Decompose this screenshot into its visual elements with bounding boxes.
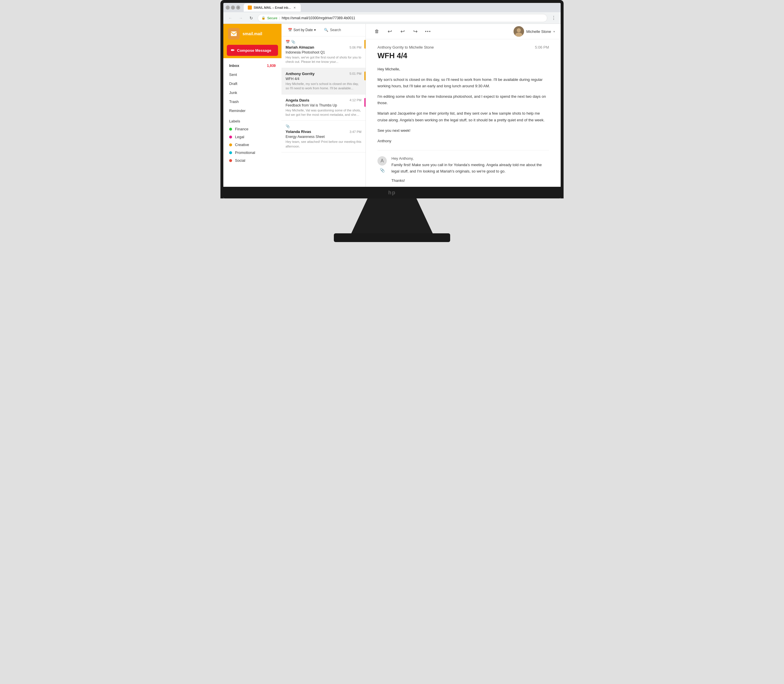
email-4-header: Yolanda Rivas 3:47 PM [286, 129, 361, 134]
email-4-subject: Energy Awareness Sheet [286, 135, 361, 139]
address-bar[interactable]: 🔒 Secure | https://smail.mail/10300/nrgd… [258, 14, 547, 22]
user-avatar [514, 26, 524, 37]
email-item-2[interactable]: Anthony Gorrity 5:01 PM WFH 4/4 Hey Mich… [282, 68, 365, 95]
email-list-toolbar: 📅 Sort by Date ▾ 🔍 Search [282, 24, 365, 36]
email-3-sender: Angela Davis [286, 98, 309, 102]
search-label: Search [330, 28, 341, 32]
browser-tab[interactable]: SMAIL.MAIL – Email inb... ✕ [244, 3, 301, 11]
more-button[interactable]: ••• [423, 26, 433, 37]
monitor-bezel-bottom: hp [223, 187, 561, 198]
svg-point-2 [517, 28, 521, 32]
email-meta: Anthony Gorrity to Michelle Stone 5:06 P… [377, 45, 549, 50]
email-3-preview: Hey Michelle, Val was questioning some o… [286, 108, 361, 117]
browser-menu-button[interactable]: ⋮ [550, 14, 558, 22]
reply-para-0: Family first! Make sure you call in for … [391, 162, 549, 174]
sidebar-item-junk[interactable]: Junk [223, 88, 282, 97]
reminder-label: Reminder [229, 108, 245, 113]
sidebar-item-trash[interactable]: Trash [223, 97, 282, 106]
promotional-label: Promotional [235, 150, 255, 155]
email-3-header: Angela Davis 4:12 PM [286, 98, 361, 102]
social-dot [229, 159, 232, 162]
label-item-legal[interactable]: Legal [223, 133, 282, 141]
email-1-icons: 📅 📎 [286, 40, 361, 44]
reply-attachment-icon: 📎 [380, 168, 385, 173]
secure-label: Secure [267, 16, 277, 20]
svg-rect-0 [231, 31, 237, 36]
reply-all-button[interactable]: ↩ [397, 26, 408, 37]
compose-icon: ✏ [231, 48, 235, 53]
label-item-creative[interactable]: Creative [223, 141, 282, 148]
monitor-base [334, 233, 450, 242]
email-item-3[interactable]: Angela Davis 4:12 PM Feedback from Val i… [282, 95, 365, 121]
logo-text: smail.mail [243, 31, 262, 36]
sidebar-item-draft[interactable]: Draft [223, 79, 282, 88]
sidebar-item-inbox[interactable]: Inbox 1,939 [223, 61, 282, 70]
user-profile[interactable]: Michelle Stone ▾ [514, 26, 555, 37]
logo-icon [228, 28, 240, 40]
reply-para-1: Thanks! [391, 177, 549, 184]
email-4-icons: 📎 [286, 124, 361, 128]
label-item-finance[interactable]: Finance [223, 125, 282, 133]
reply-button[interactable]: ↩ [385, 26, 395, 37]
reply-section: A 📎 Hey Anthony, Family first! Make sure… [377, 156, 549, 187]
junk-label: Junk [229, 90, 237, 95]
sidebar-logo: smail.mail [223, 24, 282, 44]
minimize-button[interactable]: – [225, 5, 230, 10]
compose-label: Compose Message [237, 48, 271, 53]
logo-svg [230, 30, 237, 37]
detail-content: Anthony Gorrity to Michelle Stone 5:06 P… [366, 39, 561, 187]
back-button[interactable]: ← [226, 14, 234, 22]
draft-label: Draft [229, 81, 237, 86]
monitor-stand [351, 198, 433, 233]
body-para-2: I'm editing some shots for the new Indon… [377, 94, 549, 106]
email-2-subject: WFH 4/4 [286, 77, 361, 81]
tab-title: SMAIL.MAIL – Email inb... [254, 6, 291, 9]
maximize-button[interactable]: □ [231, 5, 235, 10]
monitor-frame: – □ ✕ SMAIL.MAIL – Email inb... ✕ ← → ↻ … [221, 0, 563, 198]
finance-dot [229, 128, 232, 131]
sidebar-item-sent[interactable]: Sent [223, 70, 282, 79]
reply-avatar-col: A 📎 [377, 156, 387, 187]
body-para-4: See you next week! [377, 127, 549, 134]
email-detail-panel: 🗑 ↩ ↩ ↩ ••• [366, 24, 561, 187]
close-button[interactable]: ✕ [236, 5, 240, 10]
email-3-time: 4:12 PM [349, 98, 361, 102]
email-4-sender: Yolanda Rivas [286, 129, 311, 134]
email-4-time: 3:47 PM [349, 130, 361, 134]
reply-body: Hey Anthony, Family first! Make sure you… [391, 156, 549, 187]
sort-label: Sort by Date [293, 28, 313, 32]
email-item-1[interactable]: 📅 📎 Mariah Almazan 5:06 PM Indonesia Pho… [282, 36, 365, 68]
search-button[interactable]: 🔍 Search [322, 27, 343, 33]
sort-by-date-button[interactable]: 📅 Sort by Date ▾ [286, 27, 318, 33]
email-detail-subject: WFH 4/4 [377, 51, 549, 60]
user-name: Michelle Stone [526, 29, 551, 34]
email-2-time: 5:01 PM [349, 72, 361, 75]
compose-button[interactable]: ✏ Compose Message [227, 45, 278, 56]
inbox-label: Inbox [229, 63, 239, 68]
email-1-sender: Mariah Almazan [286, 45, 314, 50]
body-para-1: My son's school is closed on this day, s… [377, 76, 549, 89]
label-item-social[interactable]: Social [223, 156, 282, 165]
email-2-preview: Hey Michelle, my son's school is closed … [286, 82, 361, 91]
email-4-preview: Hey team, see attached! Print before our… [286, 140, 361, 148]
delete-button[interactable]: 🗑 [372, 26, 382, 37]
email-item-4[interactable]: 📎 Yolanda Rivas 3:47 PM Energy Awareness… [282, 121, 365, 152]
browser-titlebar: – □ ✕ SMAIL.MAIL – Email inb... ✕ [223, 3, 561, 12]
email-from-to: Anthony Gorrity to Michelle Stone [377, 45, 434, 50]
creative-label: Creative [235, 142, 249, 147]
email-list: 📅 📎 Mariah Almazan 5:06 PM Indonesia Pho… [282, 36, 365, 187]
body-para-0: Hey Michelle, [377, 66, 549, 73]
body-para-5: Anthony [377, 138, 549, 144]
email-3-subject: Feedback from Val is Thumbs Up [286, 103, 361, 107]
sidebar: smail.mail ✏ Compose Message Inbox 1,939… [223, 24, 282, 187]
forward-button[interactable]: ↩ [410, 26, 420, 37]
promotional-dot [229, 151, 232, 154]
reload-button[interactable]: ↻ [247, 14, 255, 22]
forward-button[interactable]: → [237, 14, 245, 22]
label-item-promotional[interactable]: Promotional [223, 148, 282, 156]
sidebar-item-reminder[interactable]: Reminder [223, 106, 282, 115]
reply-text: Family first! Make sure you call in for … [391, 162, 549, 184]
labels-section: Labels Finance Legal Creative [223, 115, 282, 166]
tab-close-button[interactable]: ✕ [293, 5, 296, 10]
user-chevron-icon: ▾ [554, 30, 555, 33]
